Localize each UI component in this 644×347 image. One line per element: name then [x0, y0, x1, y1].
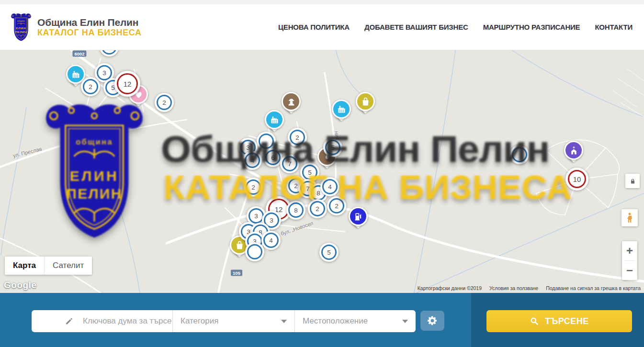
map-pin-bag[interactable]	[356, 92, 375, 111]
gear-icon	[427, 315, 438, 326]
cluster-count: 3	[102, 69, 106, 77]
map-pin-worker[interactable]	[282, 92, 301, 111]
pin-worker-icon	[282, 92, 301, 111]
map-pin-church[interactable]	[564, 141, 583, 160]
map-attribution: Картографски данни ©2019 Условия за полз…	[418, 285, 641, 291]
site-title: Община Елин Пелин	[37, 17, 142, 28]
site-logo[interactable]: община ЕЛИН ПЕЛИН Община Елин Пелин КАТА…	[10, 12, 142, 42]
attribution-report-link[interactable]: Подаване на сигнал за грешка в картата	[546, 285, 641, 291]
pencil-icon	[65, 315, 73, 327]
map-type-map-button[interactable]: Карта	[5, 257, 44, 275]
keyword-section	[32, 310, 172, 332]
search-button[interactable]: ТЪРСЕНЕ	[486, 310, 632, 332]
search-button-label: ТЪРСЕНЕ	[545, 316, 589, 326]
watermark-title: Община Елин Пелин	[161, 127, 549, 171]
attribution-terms-link[interactable]: Условия за ползване	[489, 285, 538, 291]
cluster-count: 3	[254, 213, 258, 220]
search-form: Категория Местоположение	[32, 310, 416, 332]
pin-bag-icon	[356, 92, 375, 111]
zoom-control: + −	[622, 241, 637, 280]
emblem-name-line2: ПЕЛИН	[66, 186, 122, 201]
lock-button[interactable]	[625, 174, 640, 188]
zoom-in-button[interactable]: +	[622, 241, 637, 260]
map-cluster[interactable]	[245, 242, 264, 261]
chevron-down-icon	[281, 320, 287, 323]
category-select[interactable]: Категория	[172, 310, 294, 332]
nav-item-pricing[interactable]: ЦЕНОВА ПОЛИТИКА	[278, 23, 350, 31]
municipality-emblem-icon: община ЕЛИН ПЕЛИН	[10, 12, 32, 42]
attribution-copyright: Картографски данни ©2019	[418, 285, 482, 291]
pin-factory-icon	[332, 100, 351, 119]
google-logo[interactable]: Google	[4, 280, 36, 291]
category-select-label: Категория	[181, 316, 218, 326]
nav-item-route-schedule[interactable]: МАРШРУТНО РАЗПИСАНИЕ	[483, 23, 580, 31]
road-number-badge: 105	[231, 270, 242, 276]
map-type-control: Карта Сателит	[5, 257, 92, 275]
map-pin-factory[interactable]	[332, 100, 351, 119]
header: община ЕЛИН ПЕЛИН Община Елин Пелин КАТА…	[0, 4, 644, 50]
emblem-name-line1: ЕЛИН	[70, 168, 119, 184]
keyword-input[interactable]	[82, 316, 172, 326]
chevron-down-icon	[402, 320, 408, 323]
cluster-count: 10	[573, 175, 581, 183]
map-cluster[interactable]: 12	[114, 71, 140, 97]
location-select-label: Местоположение	[303, 316, 368, 326]
map-cluster[interactable]: 2	[81, 77, 100, 96]
emblem-town-word: община	[76, 137, 113, 146]
nav-item-add-business[interactable]: ДОБАВЕТЕ ВАШИЯТ БИЗНЕС	[364, 23, 468, 31]
settings-button[interactable]	[420, 311, 444, 331]
cluster-count: 2	[162, 99, 166, 106]
map-cluster[interactable]: 2	[155, 93, 174, 112]
search-bar: Категория Местоположение ТЪРСЕНЕ	[0, 293, 644, 347]
map-pin-fuel[interactable]	[349, 207, 368, 226]
watermark-subtitle: КАТАЛОГ НА БИЗНЕСА	[163, 168, 572, 207]
nav-item-contacts[interactable]: КОНТАКТИ	[595, 23, 633, 31]
zoom-out-button[interactable]: −	[622, 261, 637, 280]
map-cluster[interactable]: 4	[261, 231, 281, 250]
pin-factory-icon	[265, 110, 284, 129]
road-number-badge: 6002	[72, 51, 86, 57]
location-select[interactable]: Местоположение	[294, 310, 416, 332]
page-top-strip	[0, 0, 644, 4]
cluster-count: 12	[124, 80, 132, 88]
site-subtitle: КАТАЛОГ НА БИЗНЕСА	[37, 28, 142, 37]
cluster-count: 3	[270, 217, 273, 224]
cluster-count: 2	[89, 83, 92, 90]
pin-church-icon	[564, 141, 583, 160]
svg-text:община: община	[17, 20, 25, 22]
cluster-count: 8	[294, 207, 298, 214]
pegman-button[interactable]	[621, 209, 638, 226]
svg-text:ЕЛИН: ЕЛИН	[16, 26, 26, 30]
cluster-count: 5	[327, 249, 331, 256]
cluster-count: 4	[269, 237, 273, 244]
map-cluster[interactable]: 5	[319, 243, 339, 262]
svg-text:ПЕЛИН: ПЕЛИН	[15, 30, 27, 33]
lock-icon	[630, 178, 636, 184]
search-icon	[530, 316, 539, 326]
watermark-emblem: община ЕЛИН ПЕЛИН	[40, 102, 148, 241]
pegman-icon	[625, 212, 634, 224]
pin-fuel-icon	[349, 207, 368, 226]
main-nav: ЦЕНОВА ПОЛИТИКА ДОБАВЕТЕ ВАШИЯТ БИЗНЕС М…	[278, 4, 633, 50]
map-pin-factory[interactable]	[265, 110, 284, 129]
map-type-satellite-button[interactable]: Сателит	[44, 257, 92, 275]
